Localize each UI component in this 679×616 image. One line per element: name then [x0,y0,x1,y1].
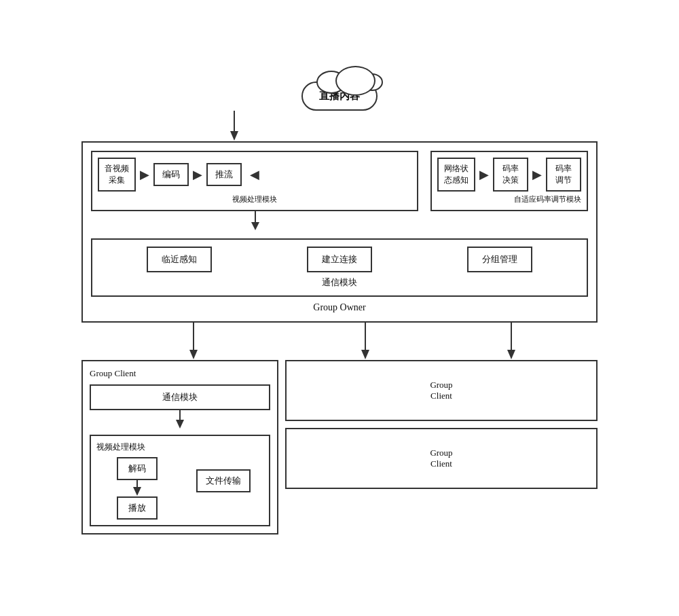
encode-box: 编码 [153,163,189,186]
arrow-decode-to-play [130,480,144,496]
vp-label: 视频处理模块 [98,194,411,204]
group-management-box: 分组管理 [467,247,532,272]
arrow-capture-to-encode: ▶ [140,167,149,182]
arrow-encode-to-push: ▶ [193,167,202,182]
top-section: 音视频采集 ▶ 编码 ▶ 推流 ◀ 视频处理模块 网络状态感知 ▶ 码率决策 ▶ [91,151,588,211]
gc-decode-play-col: 解码 播放 [96,457,177,520]
cloud-shape: 直播内容 [301,81,378,111]
gc-large-title: Group Client [90,368,270,379]
small-clients-column: Group Client Group Client [285,360,598,489]
svg-marker-5 [189,350,198,359]
network-sense-box: 网络状态感知 [437,158,475,192]
architecture-diagram: 直播内容 音视频采集 ▶ 编码 ▶ 推流 ◀ 视频处理模 [81,81,598,535]
group-owner-box: 音视频采集 ▶ 编码 ▶ 推流 ◀ 视频处理模块 网络状态感知 ▶ 码率决策 ▶ [81,141,598,323]
gc-small-2-label-line1: Group [430,448,452,458]
bottom-row: Group Client 通信模块 视频处理模块 解码 [81,360,598,535]
gc-file-transfer-box: 文件传输 [196,469,251,492]
gc-file-transfer-col: 文件传输 [183,441,263,520]
establish-connection-box: 建立连接 [307,247,372,272]
arrow-go-to-gc-small2 [504,323,518,360]
comm-label: 通信模块 [99,276,580,289]
bitrate-adjust-box: 码率调节 [546,158,581,192]
cloud-bump [361,73,383,91]
arrow-adaptive-to-push: ◀ [250,167,259,182]
svg-marker-3 [251,222,259,230]
gc-decode-box: 解码 [117,457,158,480]
gc-video-left: 视频处理模块 解码 播放 [96,441,177,520]
gc-comm-module: 通信模块 [90,384,270,410]
arrow-decision-to-adjust: ▶ [532,167,542,182]
gc-video-module: 视频处理模块 解码 播放 文件传输 [90,435,270,526]
svg-marker-11 [176,420,184,429]
arrow-cloud-to-go [227,111,241,141]
arrow-gc-comm-to-video [173,410,187,429]
svg-marker-13 [133,487,141,496]
group-owner-label: Group Owner [91,302,588,313]
group-client-small-2: Group Client [285,428,598,489]
gc-vp-label: 视频处理模块 [96,441,177,453]
arrow-sense-to-decision: ▶ [479,167,489,182]
gc-small-1-label-line2: Client [430,391,452,401]
gc-small-2-label-line2: Client [430,458,452,469]
vp-inner-row: 音视频采集 ▶ 编码 ▶ 推流 ◀ [98,158,411,192]
comm-module-box: 临近感知 建立连接 分组管理 通信模块 [91,238,588,297]
arrow-go-to-gc-small1 [359,323,372,360]
group-client-large: Group Client 通信模块 视频处理模块 解码 [81,360,278,535]
push-stream-box: 推流 [206,163,242,186]
arrow-push-to-comm [249,211,262,232]
cloud-container: 直播内容 [301,81,378,111]
svg-marker-1 [230,131,238,141]
gc-small-1-label-line1: Group [430,380,452,391]
group-client-small-1: Group Client [285,360,598,421]
svg-marker-7 [361,350,369,359]
cloud-label: 直播内容 [319,90,360,101]
video-processing-module: 音视频采集 ▶ 编码 ▶ 推流 ◀ 视频处理模块 [91,151,418,211]
gc-play-box: 播放 [117,496,158,520]
audio-video-capture-box: 音视频采集 [98,158,136,192]
adaptive-inner-row: 网络状态感知 ▶ 码率决策 ▶ 码率调节 [437,158,581,192]
comm-inner-row: 临近感知 建立连接 分组管理 [99,247,580,272]
bitrate-decision-box: 码率决策 [493,158,528,192]
adaptive-label: 自适应码率调节模块 [437,194,581,204]
svg-marker-9 [507,350,515,359]
adaptive-bitrate-module: 网络状态感知 ▶ 码率决策 ▶ 码率调节 自适应码率调节模块 [430,151,588,211]
arrow-go-to-gc-large [187,323,200,360]
proximity-sense-box: 临近感知 [147,247,212,272]
